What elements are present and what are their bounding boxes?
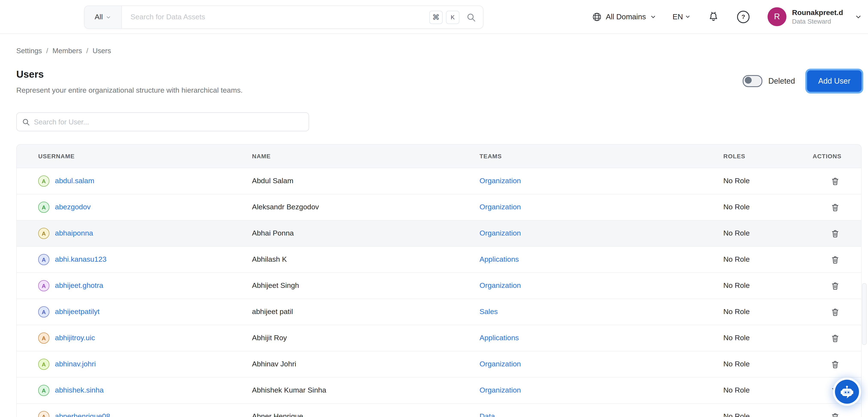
cmd-key-badge: ⌘: [429, 10, 442, 24]
username-link[interactable]: abdul.salam: [55, 177, 94, 185]
table-row: Aabhijitroy.uicAbhijit RoyApplicationsNo…: [16, 325, 862, 351]
global-search-input[interactable]: [122, 13, 429, 22]
username-link[interactable]: abhijitroy.uic: [55, 334, 95, 342]
delete-user-button[interactable]: [831, 308, 840, 316]
column-header: ACTIONS: [812, 144, 862, 168]
user-avatar: A: [38, 228, 50, 239]
role-cell: No Role: [723, 194, 812, 221]
table-row: Aabhi.kanasu123Abhilash KApplicationsNo …: [16, 247, 862, 273]
user-name: Rounakpreet.d: [792, 8, 843, 17]
role-cell: No Role: [723, 404, 812, 417]
breadcrumb-item[interactable]: Members: [52, 47, 82, 55]
name-cell: Abner Henrique: [252, 404, 479, 417]
domain-selector-label: All Domains: [606, 12, 646, 21]
users-table-body: Aabdul.salamAbdul SalamOrganizationNo Ro…: [16, 168, 862, 417]
user-avatar: A: [38, 411, 50, 417]
breadcrumb-separator: /: [86, 47, 88, 55]
page-header: Users Represent your entire organization…: [16, 68, 862, 95]
user-avatar: A: [38, 385, 50, 396]
chevron-down-icon: [106, 14, 112, 20]
globe-icon: [592, 12, 602, 22]
deleted-toggle[interactable]: [743, 75, 763, 87]
username-link[interactable]: abnerhenrique08: [55, 412, 110, 417]
username-link[interactable]: abhijeet.ghotra: [55, 282, 103, 290]
user-role: Data Steward: [792, 17, 843, 25]
help-icon: ?: [737, 10, 749, 23]
delete-user-button[interactable]: [831, 255, 840, 264]
breadcrumb-item[interactable]: Settings: [16, 47, 42, 55]
user-avatar: A: [38, 332, 50, 344]
user-menu[interactable]: R Rounakpreet.d Data Steward: [768, 7, 862, 26]
team-link[interactable]: Organization: [479, 360, 521, 368]
table-row: Aabhinav.johriAbhinav JohriOrganizationN…: [16, 351, 862, 378]
role-cell: No Role: [723, 273, 812, 299]
team-link[interactable]: Applications: [479, 334, 519, 342]
chevron-down-icon: [855, 13, 862, 20]
notifications-button[interactable]: [708, 11, 719, 22]
delete-user-button[interactable]: [831, 333, 840, 343]
scrollbar-thumb[interactable]: [862, 283, 867, 345]
chevron-down-icon: [650, 13, 656, 20]
role-cell: No Role: [723, 221, 812, 247]
user-avatar: A: [38, 254, 50, 265]
user-search: [16, 113, 309, 131]
column-header: TEAMS: [479, 144, 723, 168]
chat-assistant-button[interactable]: [835, 380, 859, 404]
name-cell: Abhai Ponna: [252, 221, 479, 247]
search-category-label: All: [95, 13, 103, 22]
delete-user-button[interactable]: [831, 229, 840, 238]
table-row: Aabdul.salamAbdul SalamOrganizationNo Ro…: [16, 168, 862, 194]
team-link[interactable]: Organization: [479, 203, 521, 211]
team-link[interactable]: Organization: [479, 282, 521, 290]
delete-user-button[interactable]: [831, 412, 840, 417]
user-avatar: A: [38, 306, 50, 318]
delete-user-button[interactable]: [831, 281, 840, 290]
username-link[interactable]: abhijeetpatilyt: [55, 308, 100, 316]
breadcrumb-item[interactable]: Users: [93, 47, 111, 55]
page-actions: Deleted Add User: [743, 70, 862, 92]
username-link[interactable]: abhaiponna: [55, 229, 93, 238]
username-link[interactable]: abhishek.sinha: [55, 386, 104, 395]
user-avatar: A: [38, 202, 50, 213]
column-header: ROLES: [723, 144, 812, 168]
delete-user-button[interactable]: [831, 177, 840, 186]
users-table: USERNAMENAMETEAMSROLESACTIONS Aabdul.sal…: [16, 144, 862, 417]
delete-user-button[interactable]: [831, 360, 840, 369]
table-row: AabhaiponnaAbhai PonnaOrganizationNo Rol…: [16, 221, 862, 247]
user-avatar: A: [38, 359, 50, 370]
table-row: Aabnerhenrique08Abner HenriqueDataNo Rol…: [16, 404, 862, 417]
search-icon: [22, 118, 30, 126]
role-cell: No Role: [723, 325, 812, 351]
name-cell: Abhishek Kumar Sinha: [252, 378, 479, 404]
breadcrumb-separator: /: [46, 47, 48, 55]
page-title: Users: [16, 68, 243, 81]
avatar: R: [768, 7, 786, 26]
help-button[interactable]: ?: [737, 10, 749, 23]
team-link[interactable]: Organization: [479, 386, 521, 394]
global-search: All ⌘ K: [84, 6, 484, 29]
username-link[interactable]: abhi.kanasu123: [55, 255, 106, 264]
team-link[interactable]: Applications: [479, 255, 519, 263]
role-cell: No Role: [723, 247, 812, 273]
team-link[interactable]: Sales: [479, 308, 498, 316]
language-selector[interactable]: EN: [673, 12, 691, 21]
username-link[interactable]: abezgodov: [55, 203, 91, 212]
breadcrumb: Settings/Members/Users: [16, 47, 862, 55]
role-cell: No Role: [723, 378, 812, 404]
user-avatar: A: [38, 175, 50, 187]
role-cell: No Role: [723, 351, 812, 378]
delete-user-button[interactable]: [831, 203, 840, 212]
search-icon[interactable]: [466, 12, 476, 22]
domain-selector[interactable]: All Domains: [592, 12, 656, 22]
add-user-button[interactable]: Add User: [807, 70, 862, 92]
search-category-dropdown[interactable]: All: [85, 6, 122, 28]
table-header-row: USERNAMENAMETEAMSROLESACTIONS: [16, 144, 862, 168]
user-search-input[interactable]: [30, 117, 304, 126]
team-link[interactable]: Data: [479, 412, 495, 417]
username-link[interactable]: abhinav.johri: [55, 360, 96, 368]
table-row: AabezgodovAleksandr BezgodovOrganization…: [16, 194, 862, 221]
table-row: Aabhijeet.ghotraAbhijeet SinghOrganizati…: [16, 273, 862, 299]
team-link[interactable]: Organization: [479, 177, 521, 185]
team-link[interactable]: Organization: [479, 229, 521, 237]
name-cell: abhijeet patil: [252, 299, 479, 325]
